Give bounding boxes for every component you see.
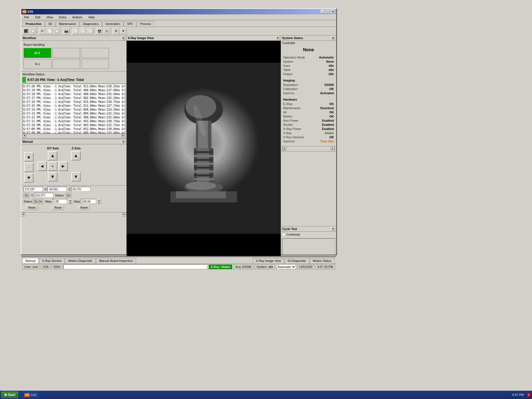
- continues-row: Continues: [281, 232, 336, 237]
- close-button[interactable]: ✕: [331, 10, 335, 14]
- maximize-button[interactable]: □: [326, 10, 330, 14]
- bottom-tab-xray-image-view[interactable]: X-Ray Image View: [253, 258, 284, 264]
- table-row: Table idle: [283, 68, 334, 71]
- toolbar-btn-5[interactable]: 📋: [53, 28, 60, 34]
- toolbar-btn-11[interactable]: ✦: [120, 28, 127, 34]
- manual-scroll-right[interactable]: ►: [122, 213, 126, 216]
- log-horiz-scroll[interactable]: ◄ ►: [22, 134, 125, 137]
- table-label: Table: [283, 68, 290, 71]
- status-label: Status: [55, 194, 64, 197]
- coord-row-1: X Z: [24, 187, 124, 192]
- toolbar-btn-10[interactable]: ✦: [113, 28, 119, 34]
- right-panel: System Status ✕ Controller None Operatio…: [281, 35, 336, 256]
- reset-xy-button[interactable]: Reset: [52, 205, 64, 210]
- bottom-tab-motion-status[interactable]: Motion Status: [310, 258, 334, 264]
- step-z-input[interactable]: [81, 199, 96, 204]
- imaging-title: Imaging: [283, 79, 334, 82]
- spin-xy-down[interactable]: ▼: [68, 201, 72, 204]
- xy-left-btn[interactable]: ◄: [37, 162, 47, 171]
- spin-z-up[interactable]: ▲: [97, 199, 101, 201]
- bottom-tab-manual[interactable]: Manual: [22, 258, 39, 264]
- menu-file[interactable]: File: [22, 15, 31, 19]
- xy-topleft-empty: [37, 151, 47, 160]
- manual-close-button[interactable]: ✕: [121, 140, 125, 144]
- toolbar-btn-3[interactable]: ✂: [39, 28, 46, 34]
- menu-actions[interactable]: Actions: [71, 15, 84, 19]
- spin-xy-up[interactable]: ▲: [68, 199, 72, 201]
- scroll-left-icon[interactable]: ◄: [282, 147, 286, 151]
- x-input[interactable]: [47, 187, 67, 192]
- xy-bottomright-empty: [58, 172, 68, 181]
- tab-spc[interactable]: SPC: [124, 21, 136, 27]
- board-cell-n1[interactable]: N+1: [24, 48, 51, 58]
- y-input[interactable]: [34, 193, 53, 198]
- manual-scroll-left[interactable]: ◄: [21, 213, 25, 216]
- tab-production[interactable]: Production: [22, 21, 45, 27]
- toolbar-btn-4[interactable]: 📄: [46, 28, 53, 34]
- left-mid-btn[interactable]: ⋯: [24, 163, 34, 172]
- toolbar-btn-2[interactable]: 📋: [30, 28, 36, 34]
- xy-bottomleft-empty: [37, 172, 47, 181]
- xy-center-btn[interactable]: ⊕: [48, 162, 57, 171]
- tab-process[interactable]: Process: [137, 21, 154, 27]
- xray-status-row: X-Ray Stable: [283, 131, 334, 135]
- toolbar-btn-1[interactable]: ⬛: [22, 28, 29, 34]
- shutter-row: Shutter Enabled: [283, 123, 334, 126]
- system-status-title: System Status: [282, 36, 303, 40]
- xy-up-btn[interactable]: ▲ ⋯: [48, 151, 57, 160]
- left-up-btn[interactable]: ▲: [24, 152, 34, 162]
- system-scroll[interactable]: ◄ ►: [282, 146, 335, 152]
- mode-select[interactable]: Automatic: [276, 264, 296, 266]
- workflow-close-button[interactable]: ✕: [121, 36, 125, 40]
- scroll-left-btn[interactable]: ◄: [22, 134, 26, 138]
- menu-help[interactable]: Help: [87, 15, 96, 19]
- xray-power-row: X-Ray Power Enabled: [283, 127, 334, 131]
- xray-power-label: X-Ray Power: [283, 127, 301, 131]
- menu-view[interactable]: View: [45, 15, 55, 19]
- toolbar-btn-6[interactable]: ⬜: [72, 28, 79, 34]
- board-cell-nm1[interactable]: N-1: [24, 59, 51, 69]
- toolbar-btn-radiation[interactable]: ☢: [96, 28, 103, 34]
- bottom-tab-manual-board-inspection[interactable]: Manual Board Inspection: [96, 258, 136, 264]
- input-label: Input: [283, 64, 290, 67]
- bottom-tab-xray-service[interactable]: X-Ray Service: [39, 258, 65, 264]
- z-down-btn[interactable]: ▼ ⋯: [71, 172, 81, 181]
- left-value-input[interactable]: [24, 187, 43, 192]
- menu-edit[interactable]: Edit: [34, 15, 42, 19]
- left-down-btn[interactable]: ▼: [24, 173, 34, 183]
- toolbar-btn-camera[interactable]: 📷: [63, 28, 70, 34]
- log-area[interactable]: 6:57:20 PM; View: -1 AcqTime: Total 913.…: [22, 84, 125, 134]
- toolbar-btn-9[interactable]: ⚠: [103, 28, 110, 34]
- minimize-button[interactable]: _: [321, 10, 325, 14]
- menu-extra[interactable]: Extra: [57, 15, 68, 19]
- xy-down-btn[interactable]: ▼ ⋯: [48, 172, 57, 181]
- bottom-tabs-left: Manual X-Ray Service Motion Diagnostic M…: [21, 257, 252, 264]
- spin-z-down[interactable]: ▼: [97, 201, 101, 204]
- continues-checkbox[interactable]: [282, 233, 285, 236]
- tab-maintenance[interactable]: Maintenance: [56, 21, 79, 27]
- axis-controls: ▲ ⋯ ▼ X/Y Axis ▲ ⋯: [21, 144, 126, 185]
- bottom-tab-motion-diagnostic[interactable]: Motion Diagnostic: [65, 258, 95, 264]
- tab-diagnostics[interactable]: Diagnostics: [80, 21, 102, 27]
- input-row: Input idle: [283, 64, 334, 67]
- toolbar-btn-8[interactable]: ⬜: [87, 28, 93, 34]
- controller-name: None: [281, 45, 336, 55]
- tab-3d[interactable]: 3D: [45, 21, 55, 27]
- bottom-tab-io-diagnostic[interactable]: IO-Diagnostic: [285, 258, 309, 264]
- system-status-close-button[interactable]: ✕: [331, 36, 335, 40]
- cycle-test-close-button[interactable]: ✕: [331, 227, 335, 231]
- xray-close-button[interactable]: ✕: [276, 36, 280, 40]
- tab-generation[interactable]: Generation: [102, 21, 123, 27]
- board-cell-3: [81, 48, 109, 58]
- reset-z-button[interactable]: Reset: [78, 205, 90, 210]
- z-up-btn[interactable]: ▲ ⋯: [71, 151, 81, 160]
- toolbar-btn-7[interactable]: ⬜: [80, 28, 86, 34]
- scroll-right-btn[interactable]: ►: [121, 134, 125, 138]
- z-input[interactable]: [71, 187, 91, 192]
- reset-left-button[interactable]: Reset: [26, 205, 38, 210]
- manual-horiz-scroll[interactable]: ◄ ►: [21, 212, 126, 216]
- shutter-label: Shutter: [283, 123, 293, 126]
- step-xy-input[interactable]: [52, 199, 67, 204]
- scroll-right-icon[interactable]: ►: [331, 147, 335, 151]
- xy-right-btn[interactable]: ►: [58, 162, 68, 171]
